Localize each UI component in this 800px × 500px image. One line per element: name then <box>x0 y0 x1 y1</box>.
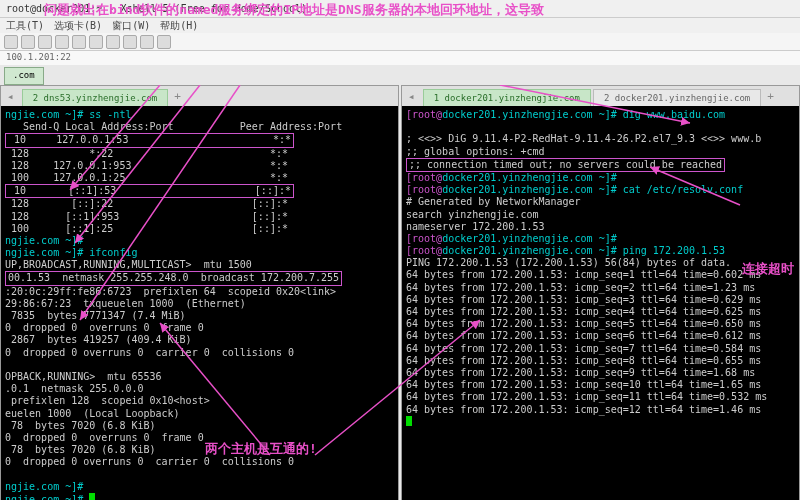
toolbar <box>0 33 800 51</box>
cursor-icon <box>406 416 412 426</box>
annotation-top: 问题就出在bind软件的named服务绑定的IP地址是DNS服务器的本地回环地址… <box>40 0 800 20</box>
tool-icon[interactable] <box>140 35 154 49</box>
right-tabs: ◂ 1 docker201.yinzhengjie.com 2 docker20… <box>402 86 799 106</box>
tab-dns53[interactable]: 2 dns53.yinzhengjie.com <box>22 89 169 106</box>
session-tab[interactable]: .com <box>4 67 44 85</box>
left-tabs: ◂ 2 dns53.yinzhengjie.com + <box>1 86 398 106</box>
highlight-box: 10 [::1]:53 [::]:* <box>5 184 294 198</box>
highlight-box: 10 127.0.0.1:53 *:* <box>5 133 294 147</box>
right-terminal[interactable]: [root@docker201.yinzhengjie.com ~]# dig … <box>402 106 799 500</box>
tool-icon[interactable] <box>89 35 103 49</box>
menu-help[interactable]: 帮助(H) <box>160 19 198 33</box>
right-pane: ◂ 1 docker201.yinzhengjie.com 2 docker20… <box>401 85 800 500</box>
left-pane: ◂ 2 dns53.yinzhengjie.com + ngjie.com ~]… <box>0 85 399 500</box>
tab-menu-icon[interactable]: ◂ <box>402 87 421 106</box>
menu-tab[interactable]: 选项卡(B) <box>54 19 102 33</box>
highlight-box: 00.1.53 netmask 255.255.248.0 broadcast … <box>5 271 342 285</box>
menubar[interactable]: 工具(T) 选项卡(B) 窗口(W) 帮助(H) <box>0 18 800 33</box>
cursor-icon <box>89 493 95 500</box>
tool-icon[interactable] <box>4 35 18 49</box>
tab-add-icon[interactable]: + <box>168 87 187 106</box>
tool-icon[interactable] <box>157 35 171 49</box>
tool-icon[interactable] <box>21 35 35 49</box>
tab-menu-icon[interactable]: ◂ <box>1 87 20 106</box>
tool-icon[interactable] <box>38 35 52 49</box>
menu-tools[interactable]: 工具(T) <box>6 19 44 33</box>
annotation-mid: 两个主机是互通的! <box>205 440 317 458</box>
tab-docker2[interactable]: 2 docker201.yinzhengjie.com <box>593 89 761 106</box>
tool-icon[interactable] <box>106 35 120 49</box>
tool-icon[interactable] <box>123 35 137 49</box>
address-bar[interactable]: 100.1.201:22 <box>0 51 800 65</box>
tool-icon[interactable] <box>55 35 69 49</box>
highlight-box: ;; connection timed out; no servers coul… <box>406 158 725 172</box>
tab-docker1[interactable]: 1 docker201.yinzhengjie.com <box>423 89 591 106</box>
tab-add-icon[interactable]: + <box>761 87 780 106</box>
menu-window[interactable]: 窗口(W) <box>112 19 150 33</box>
left-terminal[interactable]: ngjie.com ~]# ss -ntl Send-Q Local Addre… <box>1 106 398 500</box>
tool-icon[interactable] <box>72 35 86 49</box>
annotation-timeout: 连接超时 <box>742 260 794 278</box>
